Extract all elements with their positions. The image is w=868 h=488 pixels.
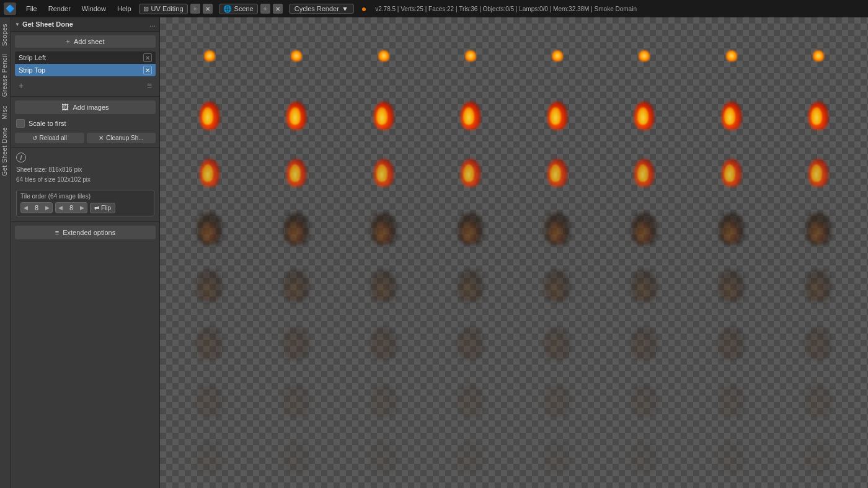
sprite-cell (340, 24, 427, 81)
flip-icon: ⇄ (94, 205, 99, 211)
scene-label: Scene (234, 5, 254, 12)
reload-cleanup-row: ↺ Reload all ✕ Cleanup Sh... (15, 133, 156, 143)
scene-close-btn[interactable]: ✕ (273, 4, 283, 14)
sprite-cell (775, 138, 862, 195)
sheet-close-strip-left[interactable]: ✕ (143, 53, 152, 62)
sprite-cell (166, 24, 253, 81)
menu-render[interactable]: Render (43, 4, 76, 14)
add-images-icon: 🖼 (61, 103, 69, 112)
sprite-cell (253, 24, 340, 81)
tile-order-controls: ◀ 8 ▶ ◀ 8 ▶ ⇄ Flip (20, 202, 150, 213)
sprite-cell (514, 310, 601, 367)
reload-all-label: Reload all (40, 135, 67, 141)
extended-options-button[interactable]: ≡ Extended options (15, 226, 156, 239)
vtab-misc[interactable]: Misc (0, 102, 11, 123)
sprite-cell (775, 195, 862, 252)
scale-to-first-checkbox[interactable] (16, 119, 25, 128)
panel-options-icon[interactable]: ... (149, 20, 156, 29)
sheet-list-add-icon[interactable]: + (19, 81, 24, 91)
sprite-cell (514, 425, 601, 482)
sprite-cell (601, 367, 688, 424)
workspace-add-btn[interactable]: + (190, 4, 200, 14)
tile-order-label: Tile order (64 image tiles) (20, 193, 150, 200)
sprite-cell (601, 253, 688, 310)
scene-icon: 🌐 (223, 5, 232, 13)
sprite-cell (601, 425, 688, 482)
sprite-cell (775, 24, 862, 81)
sprite-cell (253, 367, 340, 424)
sprite-cell (340, 81, 427, 138)
scale-to-first-row: Scale to first (15, 119, 156, 128)
sprite-cell (166, 310, 253, 367)
top-menu: File Render Window Help (21, 4, 136, 14)
cols-value: 8 (30, 203, 43, 213)
add-sheet-section: + Add sheet Strip Left ✕ Strip Top ✕ + ≡ (11, 32, 159, 97)
rows-decrease-btn[interactable]: ◀ (56, 203, 65, 212)
scene-button[interactable]: 🌐 Scene (219, 4, 258, 14)
scale-to-first-label: Scale to first (29, 120, 66, 127)
sprite-cell (427, 425, 514, 482)
sprite-cell (166, 195, 253, 252)
uv-canvas[interactable] (160, 17, 868, 488)
reload-all-button[interactable]: ↺ Reload all (15, 133, 84, 143)
sprite-cell (166, 367, 253, 424)
rows-increase-btn[interactable]: ▶ (78, 203, 87, 212)
sprite-cell (514, 253, 601, 310)
workspace-button[interactable]: ⊞ UV Editing (139, 4, 188, 14)
vertical-tabs: Scopes Grease Pencil Misc Get Sheet Done (0, 17, 11, 488)
sheet-close-strip-top[interactable]: ✕ (143, 66, 152, 74)
reload-icon: ↺ (32, 135, 37, 141)
sprite-cell (688, 81, 775, 138)
vtab-grease-pencil[interactable]: Grease Pencil (0, 50, 11, 100)
sprite-grid (160, 17, 868, 488)
sprite-cell (427, 310, 514, 367)
sheet-item-strip-top[interactable]: Strip Top ✕ (15, 64, 156, 76)
cols-increase-btn[interactable]: ▶ (43, 203, 52, 212)
sprite-cell (775, 81, 862, 138)
sprite-cell (427, 253, 514, 310)
blender-icon[interactable]: 🔷 (4, 2, 16, 15)
panel-title: Get Sheet Done (22, 20, 73, 28)
sprite-cell (775, 253, 862, 310)
workspace-grid-icon: ⊞ (143, 5, 149, 13)
sprite-cell (601, 195, 688, 252)
add-images-button[interactable]: 🖼 Add images (15, 100, 156, 114)
render-dropdown-icon: ▼ (342, 5, 348, 12)
sprite-cell (253, 195, 340, 252)
sprite-cell (427, 195, 514, 252)
sheet-name-strip-left: Strip Left (19, 54, 46, 61)
tile-cols-stepper[interactable]: ◀ 8 ▶ (20, 202, 53, 213)
sprite-cell (688, 425, 775, 482)
sheet-list-menu-icon[interactable]: ≡ (147, 81, 152, 91)
sprite-cell (340, 310, 427, 367)
sprite-cell (166, 253, 253, 310)
sprite-cell (601, 81, 688, 138)
sprite-cell (514, 367, 601, 424)
flip-button[interactable]: ⇄ Flip (90, 203, 115, 213)
tile-rows-stepper[interactable]: ◀ 8 ▶ (55, 202, 87, 213)
sprite-cell (688, 138, 775, 195)
cleanup-button[interactable]: ✕ Cleanup Sh... (87, 133, 156, 143)
menu-window[interactable]: Window (77, 4, 111, 14)
sprite-cell (166, 81, 253, 138)
vtab-get-sheet-done[interactable]: Get Sheet Done (0, 123, 11, 180)
render-engine-button[interactable]: Cycles Render ▼ (289, 4, 354, 14)
tile-order-box: Tile order (64 image tiles) ◀ 8 ▶ ◀ 8 ▶ … (16, 190, 154, 216)
panel-header: ▼ Get Sheet Done ... (11, 17, 159, 32)
cols-decrease-btn[interactable]: ◀ (21, 203, 30, 212)
extended-options-icon: ≡ (55, 229, 59, 236)
scene-add-btn[interactable]: + (260, 4, 270, 14)
workspace-close-btn[interactable]: ✕ (203, 4, 213, 14)
sheet-item-strip-left[interactable]: Strip Left ✕ (15, 51, 156, 64)
info-icon: i (16, 153, 26, 162)
panel-collapse-icon[interactable]: ▼ (15, 22, 20, 27)
menu-help[interactable]: Help (112, 4, 136, 14)
sprite-cell (688, 24, 775, 81)
menu-file[interactable]: File (21, 4, 42, 14)
sprite-cell (427, 367, 514, 424)
vtab-scopes[interactable]: Scopes (0, 20, 11, 50)
sprite-cell (340, 367, 427, 424)
sprite-cell (688, 310, 775, 367)
sprite-cell (775, 310, 862, 367)
add-sheet-button[interactable]: + Add sheet (15, 35, 156, 48)
